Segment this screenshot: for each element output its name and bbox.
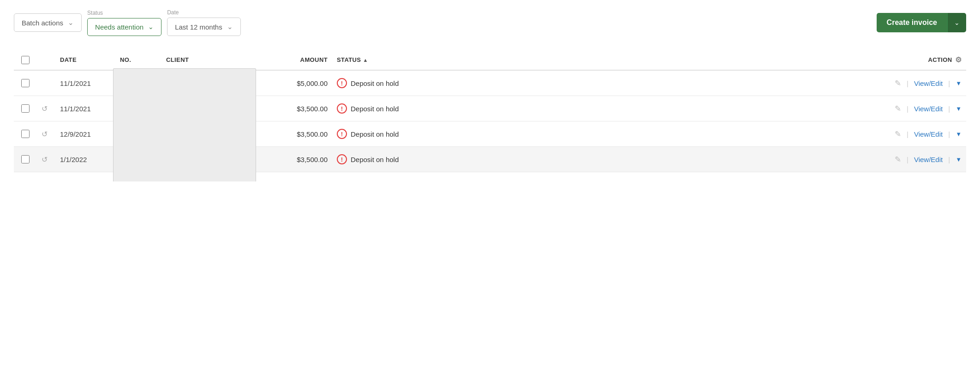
status-filter-label: Status: [87, 10, 161, 16]
row-status-cell: ! Deposit on hold: [332, 96, 434, 121]
batch-actions-label: Batch actions: [22, 19, 63, 27]
row-checkbox-cell: [14, 96, 37, 121]
row-recurring-cell: ↺: [37, 96, 55, 121]
table-row: 11/1/2021 $5,000.00 ! Deposit on hold ✎ …: [14, 70, 966, 96]
action-divider: |: [907, 156, 908, 163]
status-filter-group: Status Needs attention ⌄: [87, 10, 161, 36]
date-filter-group: Date Last 12 months ⌄: [167, 9, 241, 36]
row-status-cell: ! Deposit on hold: [332, 70, 434, 96]
row-date-cell: 11/1/2021: [55, 96, 115, 121]
action-divider2: |: [948, 105, 950, 113]
col-header-client[interactable]: CLIENT: [161, 50, 277, 70]
view-edit-link[interactable]: View/Edit: [914, 156, 943, 163]
status-filter-button[interactable]: Needs attention ⌄: [87, 18, 161, 36]
row-checkbox[interactable]: [21, 130, 30, 138]
client-blur-overlay: [113, 68, 256, 181]
row-status-text: Deposit on hold: [351, 130, 399, 138]
action-settings-icon[interactable]: ⚙: [955, 55, 962, 64]
select-all-checkbox[interactable]: [21, 56, 30, 64]
action-dropdown-icon[interactable]: ▼: [956, 105, 962, 112]
status-filter-value: Needs attention: [95, 23, 143, 31]
row-amount-cell: $3,500.00: [277, 121, 332, 147]
edit-icon[interactable]: ✎: [895, 129, 901, 139]
col-header-recurring: [37, 50, 55, 70]
row-checkbox[interactable]: [21, 104, 30, 113]
col-header-date[interactable]: DATE: [55, 50, 115, 70]
row-recurring-cell: [37, 70, 55, 96]
view-edit-link[interactable]: View/Edit: [914, 105, 943, 113]
view-edit-link[interactable]: View/Edit: [914, 130, 943, 138]
action-dropdown-icon[interactable]: ▼: [956, 80, 962, 87]
row-action-cell: ✎ | View/Edit | ▼: [434, 70, 966, 96]
row-status-cell: ! Deposit on hold: [332, 121, 434, 147]
edit-icon[interactable]: ✎: [895, 155, 901, 164]
action-dropdown-icon[interactable]: ▼: [956, 131, 962, 138]
row-status-text: Deposit on hold: [351, 105, 399, 113]
col-header-status[interactable]: STATUS ▲: [332, 50, 434, 70]
row-amount: $3,500.00: [297, 130, 328, 138]
row-no-cell: [115, 70, 161, 96]
action-divider2: |: [948, 79, 950, 87]
row-action-cell: ✎ | View/Edit | ▼: [434, 147, 966, 172]
row-recurring-cell: ↺: [37, 147, 55, 172]
date-filter-label: Date: [167, 9, 241, 16]
col-header-amount[interactable]: AMOUNT: [277, 50, 332, 70]
col-header-checkbox: [14, 50, 37, 70]
create-invoice-arrow-icon: ⌄: [954, 19, 960, 26]
row-checkbox-cell: [14, 70, 37, 96]
date-filter-chevron-icon: ⌄: [227, 23, 233, 31]
view-edit-link[interactable]: View/Edit: [914, 79, 943, 87]
create-invoice-group: Create invoice ⌄: [877, 13, 966, 32]
recurring-icon: ↺: [42, 130, 48, 138]
batch-actions-button[interactable]: Batch actions ⌄: [14, 13, 82, 32]
status-error-icon: !: [337, 103, 347, 114]
row-amount-cell: $5,000.00: [277, 70, 332, 96]
action-dropdown-icon[interactable]: ▼: [956, 156, 962, 163]
row-status-text: Deposit on hold: [351, 79, 399, 87]
row-action-cell: ✎ | View/Edit | ▼: [434, 121, 966, 147]
invoices-table: DATE NO. CLIENT AMOUNT STATUS ▲ ACTI: [14, 50, 966, 172]
action-divider2: |: [948, 156, 950, 163]
row-checkbox-cell: [14, 147, 37, 172]
status-error-icon: !: [337, 154, 347, 164]
action-divider: |: [907, 79, 908, 87]
action-divider2: |: [948, 130, 950, 138]
status-filter-chevron-icon: ⌄: [148, 23, 154, 30]
row-checkbox[interactable]: [21, 155, 30, 163]
row-date-cell: 12/9/2021: [55, 121, 115, 147]
create-invoice-label: Create invoice: [887, 18, 937, 26]
date-filter-button[interactable]: Last 12 months ⌄: [167, 18, 241, 36]
row-amount: $3,500.00: [297, 156, 328, 163]
table-header-row: DATE NO. CLIENT AMOUNT STATUS ▲ ACTI: [14, 50, 966, 70]
status-error-icon: !: [337, 129, 347, 139]
row-amount-cell: $3,500.00: [277, 96, 332, 121]
row-date: 11/1/2021: [60, 105, 91, 113]
row-date: 1/1/2022: [60, 156, 87, 163]
row-amount: $5,000.00: [297, 79, 328, 87]
col-header-no[interactable]: NO.: [115, 50, 161, 70]
row-amount-cell: $3,500.00: [277, 147, 332, 172]
date-filter-value: Last 12 months: [175, 23, 222, 31]
invoices-table-wrap: DATE NO. CLIENT AMOUNT STATUS ▲ ACTI: [14, 50, 966, 172]
row-checkbox[interactable]: [21, 79, 30, 87]
create-invoice-button[interactable]: Create invoice: [877, 13, 947, 32]
batch-actions-chevron-icon: ⌄: [68, 18, 74, 27]
row-date: 12/9/2021: [60, 130, 91, 138]
status-sort-icon: ▲: [363, 57, 368, 63]
row-status-text: Deposit on hold: [351, 156, 399, 163]
row-date-cell: 11/1/2021: [55, 70, 115, 96]
recurring-icon: ↺: [42, 105, 48, 113]
toolbar: Batch actions ⌄ Status Needs attention ⌄…: [14, 9, 966, 36]
row-checkbox-cell: [14, 121, 37, 147]
edit-icon[interactable]: ✎: [895, 104, 901, 114]
col-header-action: ACTION ⚙: [434, 50, 966, 70]
row-action-cell: ✎ | View/Edit | ▼: [434, 96, 966, 121]
action-divider: |: [907, 105, 908, 113]
row-date-cell: 1/1/2022: [55, 147, 115, 172]
row-status-cell: ! Deposit on hold: [332, 147, 434, 172]
recurring-icon: ↺: [42, 156, 48, 163]
status-error-icon: !: [337, 78, 347, 88]
create-invoice-dropdown-button[interactable]: ⌄: [947, 13, 966, 32]
row-date: 11/1/2021: [60, 79, 91, 87]
edit-icon[interactable]: ✎: [895, 78, 901, 88]
